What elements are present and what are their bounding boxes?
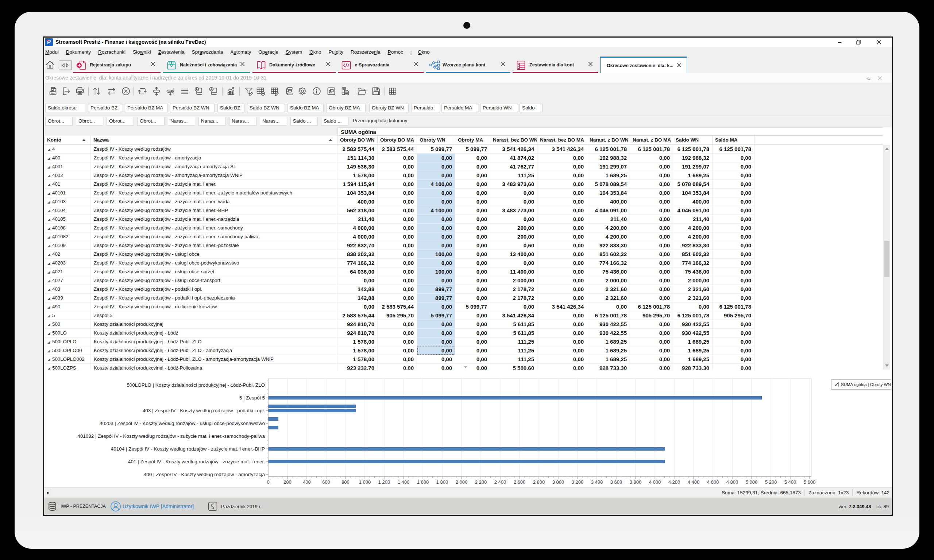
cell-value[interactable]: 899,77 — [417, 294, 455, 302]
cell-value[interactable]: 0,00 — [455, 180, 490, 189]
table-row-400[interactable]: 400Zespół IV - Koszty według rodzajów - … — [44, 154, 799, 162]
cell-nazwa[interactable]: Zespół IV - Koszty według rodzajów — [91, 145, 337, 154]
cell-value[interactable]: 0,00 — [537, 355, 587, 364]
cell-value[interactable]: 0,00 — [378, 189, 417, 197]
cell-value[interactable]: 0,00 — [712, 337, 754, 346]
tab-1[interactable]: Rejestracja zakupu — [73, 58, 160, 73]
cell-value[interactable]: 0,00 — [455, 162, 490, 171]
filter-button[interactable]: Saldo ... — [321, 117, 348, 126]
cell-value[interactable]: 0,00 — [630, 337, 673, 346]
cell-value[interactable]: 0,00 — [712, 294, 754, 302]
cell-value[interactable]: 0,00 — [417, 215, 455, 224]
cell-value[interactable]: 4 200,00 — [587, 232, 630, 241]
filter-button[interactable]: Saldo BZ MA — [288, 104, 324, 112]
cell-value[interactable]: 0,00 — [378, 285, 417, 294]
cell-value[interactable]: 104 353,84 — [587, 189, 630, 197]
cell-value[interactable]: 111,25 — [490, 171, 537, 180]
cell-value[interactable]: 0,00 — [455, 224, 490, 232]
sort-updown-icon[interactable] — [92, 86, 102, 96]
table-row-500LOPLO00[interactable]: 500LOPLO00Koszty działalności produkcyjn… — [44, 346, 799, 355]
cell-value[interactable]: 0,00 — [378, 337, 417, 346]
cell-value[interactable]: 0,00 — [712, 241, 754, 250]
cell-value[interactable]: 192 988,32 — [587, 154, 630, 162]
cell-konto[interactable]: 4001 — [44, 162, 91, 171]
column-header-narast-bez-bo-ma[interactable]: Narast. bez BO MA — [537, 136, 587, 145]
cell-value[interactable]: 0,00 — [630, 294, 673, 302]
cell-value[interactable]: 0,00 — [378, 268, 417, 276]
cell-value[interactable]: 4 046 091,00 — [673, 206, 712, 215]
cell-nazwa[interactable]: Zespół IV - Koszty według rodzajów - usł… — [91, 276, 337, 285]
cell-value[interactable]: 0,00 — [455, 241, 490, 250]
cell-value[interactable]: 142,88 — [337, 294, 378, 302]
cell-value[interactable]: 0,00 — [537, 189, 587, 197]
cell-value[interactable]: 211,40 — [337, 215, 378, 224]
tab-close-icon[interactable] — [500, 61, 506, 67]
band-suma-ogolna[interactable]: SUMA ogólna — [337, 127, 883, 136]
cell-konto[interactable]: 401 — [44, 180, 91, 189]
user-name[interactable]: Użytkownik IWP [Administrator] — [123, 498, 194, 515]
table-row-4002[interactable]: 4002Zespół IV - Koszty według rodzajów -… — [44, 171, 799, 180]
cell-value[interactable]: 6 125 001,78 — [712, 302, 754, 311]
cell-value[interactable]: 905 295,70 — [712, 311, 754, 320]
cell-value[interactable]: 6 125 001,78 — [587, 311, 630, 320]
cell-value[interactable]: 0,00 — [378, 162, 417, 171]
vertical-scrollbar[interactable] — [883, 145, 890, 369]
tab-close-icon[interactable] — [150, 61, 156, 67]
book-next-icon[interactable] — [208, 86, 218, 96]
cell-konto[interactable]: 4039 — [44, 294, 91, 302]
scroll-down-icon[interactable] — [885, 365, 889, 367]
cell-value[interactable]: 0,00 — [455, 311, 490, 320]
table-row-40103[interactable]: 40103Zespół IV - Koszty według rodzajów … — [44, 197, 799, 206]
cell-value[interactable]: 0,00 — [537, 337, 587, 346]
cell-value[interactable]: 0,00 — [537, 232, 587, 241]
filter-button[interactable]: Saldo BZ — [217, 104, 245, 112]
cell-value[interactable]: 6 125 001,78 — [587, 145, 630, 154]
fit-width-icon[interactable] — [165, 86, 175, 96]
tab-close-icon[interactable] — [676, 62, 682, 68]
cell-value[interactable]: 0,00 — [378, 364, 417, 369]
cell-value[interactable]: 0,00 — [712, 197, 754, 206]
cell-value[interactable]: 2 583 575,44 — [378, 145, 417, 154]
cell-value[interactable]: 3 541 426,34 — [490, 145, 537, 154]
cell-konto[interactable]: 500LOZPS — [44, 364, 91, 369]
cell-value[interactable]: 4 200,00 — [673, 224, 712, 232]
cell-value[interactable]: 5 078 089,54 — [673, 180, 712, 189]
justify-lines-icon[interactable] — [180, 86, 190, 96]
cell-value[interactable]: 0,00 — [417, 171, 455, 180]
cell-value[interactable]: 400,00 — [587, 197, 630, 206]
cell-value[interactable]: 4 046 091,00 — [587, 206, 630, 215]
menu-item-zestawienia[interactable]: Zestawienia — [158, 49, 192, 55]
table-row-4021[interactable]: 4021Zespół IV - Koszty według rodzajów -… — [44, 268, 799, 276]
cell-value[interactable]: 191 299,07 — [673, 162, 712, 171]
cell-value[interactable]: 0,60 — [490, 241, 537, 250]
cell-nazwa[interactable]: Zespół IV - Koszty według rodzajów - zuż… — [91, 241, 337, 250]
cell-value[interactable]: 0,00 — [490, 302, 537, 311]
cell-value[interactable]: 0,00 — [417, 232, 455, 241]
tab-close-icon[interactable] — [325, 61, 331, 67]
cell-value[interactable]: 0,00 — [587, 302, 630, 311]
cell-value[interactable]: 0,00 — [630, 268, 673, 276]
grid-edit-icon[interactable] — [269, 86, 280, 96]
table-row-5[interactable]: 5Zespól 52 583 575,44905 295,705 099,770… — [44, 311, 799, 320]
cell-value[interactable]: 211,40 — [587, 215, 630, 224]
menu-item-rozszerzenia[interactable]: Rozszerzenia — [351, 49, 388, 55]
cell-value[interactable]: 0,00 — [537, 258, 587, 268]
cell-value[interactable]: 2 000,00 — [673, 276, 712, 285]
scrollbar-thumb[interactable] — [885, 241, 889, 277]
table-row-500LOPLO[interactable]: 500LOPLOKoszty działalności produkcyjnej… — [44, 337, 799, 346]
cell-nazwa[interactable]: Zespół IV - Koszty według rodzajów - amo… — [91, 171, 337, 180]
cell-value[interactable]: 0,00 — [630, 285, 673, 294]
filter-button[interactable]: Persaldo WN — [480, 104, 518, 112]
tab-close-icon[interactable] — [588, 61, 594, 67]
cell-value[interactable]: 0,00 — [630, 232, 673, 241]
cancel-circle-icon[interactable] — [121, 86, 131, 96]
table-row-500LOPLO002[interactable]: 500LOPLO002Koszty działalności produkcyj… — [44, 355, 799, 364]
cell-value[interactable]: 0,00 — [455, 154, 490, 162]
tab-7[interactable]: Okresowe zestawienie dla: k... — [600, 57, 687, 73]
cell-value[interactable]: 2 583 575,44 — [337, 145, 378, 154]
tab-close-icon[interactable] — [240, 61, 246, 67]
cell-value[interactable]: 0,00 — [417, 197, 455, 206]
cell-value[interactable]: 0,00 — [378, 224, 417, 232]
cell-value[interactable]: 0,00 — [712, 329, 754, 337]
cell-value[interactable]: 6 125 001,78 — [630, 302, 673, 311]
